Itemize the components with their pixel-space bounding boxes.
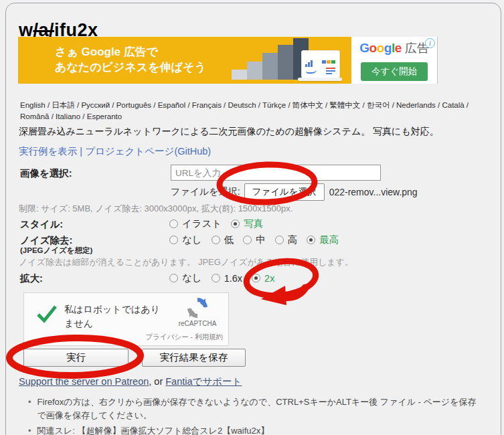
google-ad-banner[interactable]: さぁ Google 広告で あなたのビジネスを伸ばそう Google広	[18, 37, 438, 84]
radio-style-illust[interactable]: イラスト	[169, 217, 222, 230]
radio-scale-2x[interactable]: 2x	[252, 273, 274, 284]
site-description: 深層畳み込みニューラルネットワークによる二次元画像のための超解像システム。 写真…	[19, 126, 439, 138]
radio-icon-selected[interactable]	[231, 220, 240, 228]
recaptcha-logo: reCAPTCHA	[173, 297, 222, 327]
style-radio-group: イラスト 写真	[169, 217, 263, 230]
ad-line1: さぁ Google 広告で	[55, 45, 206, 60]
radio-icon[interactable]	[169, 220, 178, 228]
radio-style-photo[interactable]: 写真	[231, 217, 263, 230]
link-separator: |	[77, 146, 85, 157]
radio-icon[interactable]	[243, 236, 252, 244]
mini-curve-icon	[306, 66, 317, 74]
patreon-link[interactable]: Support the server on Patreon	[19, 376, 149, 387]
noise-sublabel: (JPEGノイズを想定)	[20, 246, 92, 256]
radio-noise-highest[interactable]: 最高	[307, 234, 339, 246]
save-result-button[interactable]: 実行結果を保存	[142, 349, 246, 367]
file-select-label: ファイルを選択:	[171, 186, 240, 198]
recaptcha-widget[interactable]: 私はロボットではありません reCAPTCHA プライバシー - 利用規約	[23, 292, 229, 346]
file-select-button[interactable]: ファイルを選択	[244, 183, 325, 201]
note-related-thread: •関連スレ: 【超解像】画像拡大ソフト総合スレ2【waifu2x】	[28, 424, 477, 435]
radio-icon-selected[interactable]	[252, 274, 260, 282]
check-icon[interactable]	[36, 304, 58, 324]
project-page-link[interactable]: プロジェクトページ(GitHub)	[85, 146, 211, 157]
radio-noise-low[interactable]: 低	[212, 234, 234, 246]
noise-radio-group: なし 低 中 高 最高	[169, 234, 339, 246]
laptop-graphic	[298, 50, 342, 81]
footer-notes: •Firefoxの方は、右クリから画像が保存できないようなので、CTRL+Sキー…	[28, 396, 477, 435]
radio-scale-none[interactable]: なし	[169, 272, 202, 284]
language-links[interactable]: English / 日本語 / Русский / Português / Es…	[20, 100, 489, 122]
run-button[interactable]: 実行	[23, 349, 129, 367]
radio-icon[interactable]	[275, 236, 284, 244]
radio-noise-none[interactable]: なし	[169, 234, 202, 246]
bar-chart-graphic	[232, 38, 309, 80]
ad-info-icon[interactable]: i	[425, 38, 435, 48]
style-label: スタイル:	[20, 218, 63, 231]
scale-label: 拡大:	[20, 272, 43, 285]
ad-cta-button[interactable]: 今すぐ開始	[361, 62, 428, 81]
recaptcha-privacy-links: プライバシー - 利用規約	[145, 333, 223, 342]
fantia-link[interactable]: Fantiaでサポート	[165, 376, 242, 387]
radio-scale-1-6x[interactable]: 1.6x	[212, 273, 242, 284]
radio-noise-medium[interactable]: 中	[243, 234, 266, 246]
noise-note: ノイズ除去は細部が消えることがあります。 JPEGノイズがある場合に使用します。	[19, 256, 353, 268]
radio-icon-selected[interactable]	[307, 236, 315, 244]
mini-lines-icon	[326, 66, 335, 74]
url-input[interactable]	[171, 165, 381, 181]
limits-text: 制限: サイズ: 5MB, ノイズ除去: 3000x3000px, 拡大(前):…	[19, 203, 292, 215]
note-firefox: •Firefoxの方は、右クリから画像が保存できないようなので、CTRL+Sキー…	[28, 396, 477, 422]
support-line: Support the server on Patreon, or Fantia…	[19, 375, 242, 388]
recaptcha-label: 私はロボットではありません	[64, 302, 166, 331]
recaptcha-swirl-icon	[186, 297, 209, 319]
radio-icon[interactable]	[212, 236, 220, 244]
image-select-label: 画像を選択:	[20, 167, 72, 180]
ad-headline: さぁ Google 広告で あなたのビジネスを伸ばそう	[55, 45, 206, 76]
radio-icon[interactable]	[212, 274, 220, 282]
radio-icon[interactable]	[169, 274, 178, 282]
support-mid-text: , or	[149, 376, 165, 387]
ad-creative[interactable]: さぁ Google 広告で あなたのビジネスを伸ばそう	[18, 37, 351, 84]
radio-icon[interactable]	[169, 236, 178, 244]
examples-link[interactable]: 実行例を表示	[19, 146, 77, 157]
ad-line2: あなたのビジネスを伸ばそう	[55, 60, 206, 76]
google-ads-logo: Google広告	[359, 40, 428, 56]
radio-noise-high[interactable]: 高	[275, 234, 298, 246]
ad-brand-panel: Google広告 今すぐ開始 i	[351, 37, 437, 84]
mini-chart-icon	[305, 55, 313, 67]
mini-squares-icon	[322, 54, 336, 66]
scale-radio-group: なし 1.6x 2x	[169, 272, 274, 284]
file-select-row: ファイルを選択: ファイルを選択 022-remov...view.png	[171, 183, 418, 201]
recaptcha-brand-text: reCAPTCHA	[173, 320, 222, 327]
nav-links: 実行例を表示 | プロジェクトページ(GitHub)	[19, 145, 211, 158]
selected-file-name: 022-remov...view.png	[329, 187, 418, 197]
